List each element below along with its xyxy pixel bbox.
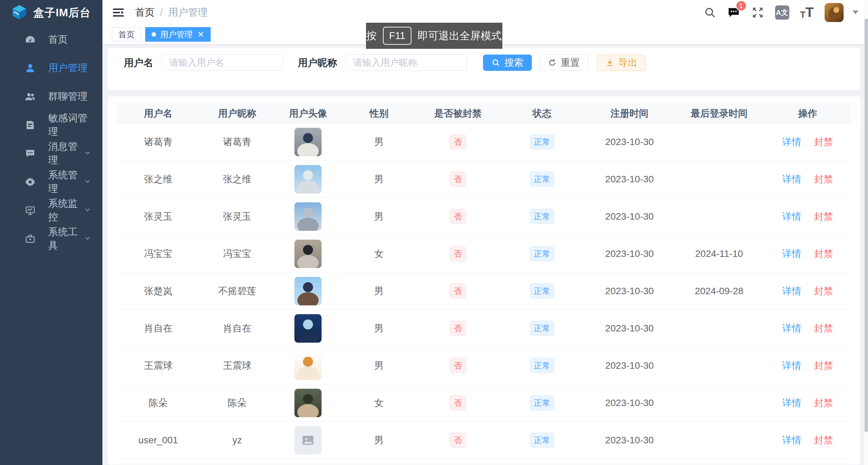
gender-cell: 男 (342, 359, 417, 372)
register-time-cell: 2023-10-30 (585, 211, 674, 222)
register-time-cell: 2023-10-30 (585, 398, 674, 408)
chevron-down-icon (83, 234, 92, 245)
nickname-input[interactable] (345, 55, 467, 71)
table-row: 冯宝宝 冯宝宝 女 否 正常 2023-10-30 2024-11-10 详情 … (117, 235, 851, 272)
sidebar-item-label: 系统管理 (48, 168, 83, 196)
register-time-cell: 2023-10-30 (585, 360, 674, 371)
detail-link[interactable]: 详情 (782, 323, 801, 333)
sidebar-item-label: 用户管理 (48, 61, 88, 75)
top-header: 首页 / 用户管理 1 A文 TT (102, 0, 868, 25)
table-row: 肖自在 肖自在 男 否 正常 2023-10-30 详情 封禁 (117, 310, 851, 347)
user-avatar[interactable] (294, 389, 322, 417)
status-tag: 正常 (530, 209, 554, 224)
detail-link[interactable]: 详情 (782, 174, 801, 184)
banned-tag: 否 (450, 432, 466, 448)
detail-link[interactable]: 详情 (782, 248, 801, 259)
scrollbar-thumb[interactable] (865, 19, 868, 432)
gender-cell: 女 (342, 397, 417, 409)
banned-tag: 否 (450, 246, 466, 261)
export-button[interactable]: 导出 (597, 55, 646, 71)
detail-link[interactable]: 详情 (782, 398, 801, 408)
reset-button[interactable]: 重置 (539, 55, 588, 71)
collapse-sidebar-icon[interactable] (112, 6, 126, 19)
message-notification-icon[interactable]: 1 (727, 6, 740, 19)
gender-cell: 男 (342, 322, 417, 335)
user-menu-caret-icon[interactable] (852, 11, 859, 14)
gender-cell: 男 (342, 136, 417, 148)
dashboard-icon (24, 34, 36, 45)
sidebar-item-system-monitor[interactable]: 系统监控 (0, 196, 102, 225)
tab-home[interactable]: 首页 (112, 27, 141, 42)
sidebar-item-group-management[interactable]: 群聊管理 (0, 82, 102, 111)
sidebar-item-system-tools[interactable]: 系统工具 (0, 225, 102, 253)
gender-cell: 男 (342, 210, 417, 223)
username-cell: 肖自在 (117, 322, 200, 335)
user-avatar[interactable] (294, 314, 322, 343)
ban-link[interactable]: 封禁 (814, 286, 833, 296)
avatar[interactable] (825, 3, 844, 22)
ban-link[interactable]: 封禁 (814, 360, 833, 371)
detail-link[interactable]: 详情 (782, 286, 801, 296)
ban-link[interactable]: 封禁 (814, 323, 833, 333)
close-icon[interactable]: ✕ (197, 31, 204, 39)
status-tag: 正常 (530, 283, 554, 299)
user-avatar[interactable] (294, 277, 322, 305)
sidebar-item-message-management[interactable]: 消息管理 (0, 139, 102, 168)
detail-link[interactable]: 详情 (782, 137, 801, 147)
message-icon (24, 148, 36, 159)
nickname-cell: 诸葛青 (200, 136, 275, 148)
status-tag: 正常 (530, 246, 554, 261)
document-icon (24, 119, 36, 131)
sidebar-item-home[interactable]: 首页 (0, 25, 102, 54)
nickname-label: 用户昵称 (298, 55, 337, 71)
font-size-icon[interactable]: TT (800, 5, 814, 20)
nickname-cell: 王震球 (200, 359, 275, 372)
header-actions: 1 A文 TT (704, 3, 859, 22)
username-cell: 张之维 (117, 173, 200, 186)
fullscreen-icon[interactable] (751, 6, 764, 19)
register-time-cell: 2023-10-30 (585, 323, 674, 334)
last-login-cell: 2024-09-28 (674, 286, 764, 297)
user-icon (24, 62, 36, 74)
breadcrumb-home[interactable]: 首页 (135, 6, 155, 19)
ban-link[interactable]: 封禁 (814, 435, 833, 445)
detail-link[interactable]: 详情 (782, 435, 801, 445)
nickname-cell: 不摇碧莲 (200, 285, 275, 298)
sidebar-item-sensitive-words[interactable]: 敏感词管理 (0, 111, 102, 139)
user-avatar[interactable] (294, 165, 322, 194)
status-tag: 正常 (530, 134, 554, 149)
gender-cell: 男 (342, 173, 417, 186)
table-row: 张楚岚 不摇碧莲 男 否 正常 2023-10-30 2024-09-28 详情… (117, 272, 851, 310)
sidebar-item-user-management[interactable]: 用户管理 (0, 54, 102, 82)
language-icon[interactable]: A文 (775, 5, 789, 20)
ban-link[interactable]: 封禁 (814, 398, 833, 408)
ban-link[interactable]: 封禁 (814, 211, 833, 222)
sidebar-item-label: 系统工具 (48, 225, 83, 252)
ban-link[interactable]: 封禁 (814, 174, 833, 184)
ban-link[interactable]: 封禁 (814, 248, 833, 259)
register-time-cell: 2023-10-30 (585, 248, 674, 259)
sidebar-item-label: 群聊管理 (48, 90, 88, 103)
breadcrumb-current: 用户管理 (168, 6, 208, 19)
user-avatar[interactable] (294, 202, 322, 231)
username-input[interactable] (161, 55, 283, 71)
gear-icon (24, 176, 36, 188)
user-avatar[interactable] (294, 351, 322, 380)
avatar-placeholder-icon (294, 426, 322, 454)
user-avatar[interactable] (294, 240, 322, 268)
sidebar: 盒子IM后台 首页 用户管理 群聊管理 敏感词管理 (0, 0, 102, 465)
tab-user-management[interactable]: 用户管理 ✕ (145, 27, 211, 42)
fullscreen-exit-toast: 按 F11 即可退出全屏模式 (366, 23, 502, 49)
status-tag: 正常 (530, 321, 554, 336)
sidebar-item-system-management[interactable]: 系统管理 (0, 168, 102, 196)
app-logo-icon (12, 4, 27, 21)
search-icon[interactable] (704, 6, 716, 19)
username-cell: 诸葛青 (117, 136, 200, 148)
detail-link[interactable]: 详情 (782, 360, 801, 371)
monitor-icon (24, 205, 36, 216)
detail-link[interactable]: 详情 (782, 211, 801, 222)
user-avatar[interactable] (294, 128, 322, 156)
breadcrumb: 首页 / 用户管理 (135, 6, 208, 19)
ban-link[interactable]: 封禁 (814, 137, 833, 147)
search-button[interactable]: 搜索 (483, 55, 532, 71)
